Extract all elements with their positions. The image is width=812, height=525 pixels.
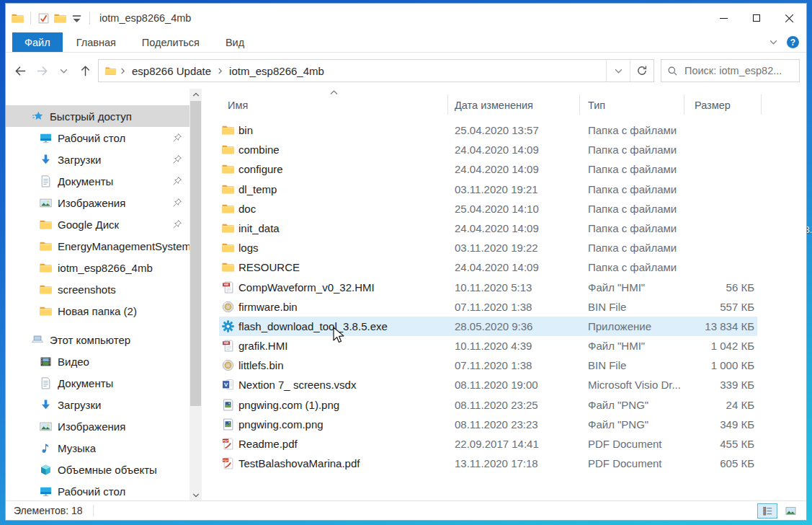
address-bar[interactable]: esp8266 Updateiotm_esp8266_4mb — [98, 59, 654, 82]
file-row-flash_download_tool_3.8.5.exe[interactable]: flash_download_tool_3.8.5.exe28.05.2020 … — [219, 317, 757, 336]
folder-icon[interactable] — [54, 12, 66, 25]
column-divider[interactable] — [684, 94, 684, 115]
refresh-button[interactable] — [630, 60, 653, 81]
file-row-TestBalashovaMarina.pdf[interactable]: PDFTestBalashovaMarina.pdf13.11.2020 17:… — [219, 454, 757, 473]
file-row-littlefs.bin[interactable]: littlefs.bin07.11.2020 1:38BIN File1 000… — [219, 356, 757, 375]
pin-icon — [172, 219, 182, 229]
file-name: TestBalashovaMarina.pdf — [238, 454, 360, 473]
sidebar-item-screenshots[interactable]: screenshots — [6, 278, 189, 300]
file-row-init_data[interactable]: init_data24.04.2020 14:09Папка с файлами — [219, 219, 757, 238]
sidebar-item-Рабочий стол[interactable]: Рабочий стол — [6, 480, 189, 500]
checkmark-icon[interactable] — [37, 12, 50, 25]
folder-icon — [222, 183, 234, 195]
tab-Главная[interactable]: Главная — [64, 32, 128, 52]
sidebar-item-Объемные объекты[interactable]: Объемные объекты — [6, 459, 189, 480]
folder-icon — [40, 262, 52, 274]
file-row-dl_temp[interactable]: dl_temp03.11.2020 19:21Папка с файлами — [219, 180, 757, 199]
title-bar[interactable]: iotm_esp8266_4mb — [6, 4, 806, 32]
sidebar-item-label: EnergyManagementSystemN — [58, 240, 189, 252]
column-divider[interactable] — [761, 94, 762, 115]
sidebar-item-iotm_esp8266_4mb[interactable]: iotm_esp8266_4mb — [6, 257, 189, 278]
ribbon-tabs: ФайлГлавнаяПоделитьсяВид ? — [6, 32, 806, 53]
sidebar-item-Изображения[interactable]: Изображения — [6, 415, 189, 437]
desktop-icon — [40, 485, 52, 498]
sidebar-item-Музыка[interactable]: Музыка — [6, 437, 189, 459]
video-icon — [40, 356, 52, 368]
file-row-combine[interactable]: combine24.04.2020 14:09Папка с файлами — [219, 140, 757, 159]
desktop: { "desktop": { "fragment_label": "8." },… — [0, 0, 812, 525]
file-row-CompWaveform_v0_32.HMI[interactable]: HMICompWaveform_v0_32.HMI10.11.2020 5:13… — [219, 278, 757, 297]
scroll-down-icon[interactable] — [189, 490, 202, 500]
file-row-doc[interactable]: doc25.04.2020 14:10Папка с файлами — [219, 199, 757, 219]
sidebar-item-Документы[interactable]: Документы — [6, 372, 189, 394]
file-row-pngwing.com (1).png[interactable]: pngwing.com (1).png08.11.2020 23:25Файл … — [219, 395, 757, 415]
file-row-Nextion 7_ screens.vsdx[interactable]: VNextion 7_ screens.vsdx08.11.2020 19:00… — [219, 375, 757, 394]
file-row-RESOURCE[interactable]: RESOURCE24.04.2020 14:09Папка с файлами — [219, 257, 757, 277]
file-row-pngwing.com.png[interactable]: pngwing.com.png08.11.2020 23:23Файл "PNG… — [219, 415, 757, 434]
maximize-button[interactable] — [740, 4, 773, 32]
tab-Файл[interactable]: Файл — [12, 32, 63, 52]
sidebar-item-label: Изображения — [58, 197, 125, 209]
sidebar-section-Быстрый доступ[interactable]: Быстрый доступ — [6, 105, 189, 127]
file-row-Readme.pdf[interactable]: PDFReadme.pdf22.09.2017 14:41PDF Documen… — [219, 434, 757, 454]
hmi-icon: HMI — [222, 281, 234, 294]
column-divider[interactable] — [447, 94, 448, 115]
sidebar-item-Google Диск[interactable]: Google Диск — [6, 213, 189, 235]
sidebar-section-Этот компьютер[interactable]: Этот компьютер — [6, 329, 189, 350]
folder-icon — [222, 163, 234, 175]
scroll-up-icon[interactable] — [189, 89, 202, 100]
column-header-Размер[interactable]: Размер — [695, 89, 731, 122]
ribbon-collapse-icon[interactable] — [769, 38, 778, 47]
qat-dropdown-icon[interactable] — [71, 12, 83, 25]
breadcrumb-item[interactable]: esp8266 Update — [129, 65, 214, 77]
search-field[interactable] — [661, 59, 800, 82]
file-name: CompWaveform_v0_32.HMI — [238, 278, 375, 297]
sidebar-item-Загрузки[interactable]: Загрузки — [6, 149, 189, 170]
folder-icon — [222, 242, 234, 254]
file-date: 13.11.2020 17:18 — [455, 454, 538, 473]
close-button[interactable] — [773, 4, 806, 32]
column-divider[interactable] — [579, 94, 580, 115]
sidebar-item-Рабочий стол[interactable]: Рабочий стол — [6, 127, 189, 149]
minimize-button[interactable] — [707, 4, 740, 32]
file-date: 24.04.2020 14:09 — [455, 219, 539, 238]
tab-Поделиться[interactable]: Поделиться — [130, 32, 212, 52]
folder-icon — [222, 124, 234, 136]
search-input[interactable] — [684, 65, 793, 76]
file-row-configure[interactable]: configure24.04.2020 14:09Папка с файлами — [219, 159, 757, 179]
navigation-toolbar: esp8266 Updateiotm_esp8266_4mb — [6, 53, 806, 89]
help-button[interactable]: ? — [787, 36, 799, 48]
file-row-bin[interactable]: bin25.04.2020 13:57Папка с файлами — [219, 120, 757, 140]
thumbnails-view-button[interactable] — [780, 503, 800, 519]
file-type: BIN File — [588, 356, 626, 375]
scrollbar-thumb[interactable] — [190, 101, 201, 406]
column-header-Имя[interactable]: Имя — [228, 89, 248, 122]
recent-locations-button[interactable] — [53, 61, 73, 81]
breadcrumb-chevron-icon[interactable] — [120, 67, 126, 75]
sort-ascending-icon[interactable] — [329, 89, 339, 95]
file-row-logs[interactable]: logs03.11.2020 19:22Папка с файлами — [219, 238, 757, 257]
sidebar-item-Видео[interactable]: Видео — [6, 350, 189, 372]
file-row-firmware.bin[interactable]: firmware.bin07.11.2020 1:38BIN File557 К… — [219, 297, 757, 317]
sidebar-item-label: Документы — [58, 377, 113, 389]
sidebar-item-Документы[interactable]: Документы — [6, 170, 189, 192]
sidebar-item-Загрузки[interactable]: Загрузки — [6, 394, 189, 415]
back-button[interactable] — [10, 61, 30, 81]
column-header-Тип[interactable]: Тип — [588, 89, 605, 122]
music-icon — [40, 442, 52, 454]
sidebar-item-Новая папка (2)[interactable]: Новая папка (2) — [6, 300, 189, 322]
file-type: Папка с файлами — [588, 180, 677, 199]
tab-Вид[interactable]: Вид — [213, 32, 256, 52]
file-row-grafik.HMI[interactable]: HMIgrafik.HMI10.11.2020 4:39Файл "HMI"1 … — [219, 336, 757, 356]
details-view-button[interactable] — [757, 503, 777, 519]
forward-button[interactable] — [32, 61, 52, 81]
sidebar-item-EnergyManagementSystemN[interactable]: EnergyManagementSystemN — [6, 235, 189, 257]
breadcrumb-item[interactable]: iotm_esp8266_4mb — [226, 65, 327, 77]
up-button[interactable] — [75, 61, 95, 81]
sidebar-item-Изображения[interactable]: Изображения — [6, 192, 189, 213]
window-controls — [707, 4, 806, 32]
sidebar-scrollbar[interactable] — [189, 89, 202, 500]
address-dropdown-button[interactable] — [606, 60, 630, 81]
breadcrumb-chevron-icon[interactable] — [217, 67, 223, 75]
column-header-Дата изменения[interactable]: Дата изменения — [455, 89, 533, 122]
